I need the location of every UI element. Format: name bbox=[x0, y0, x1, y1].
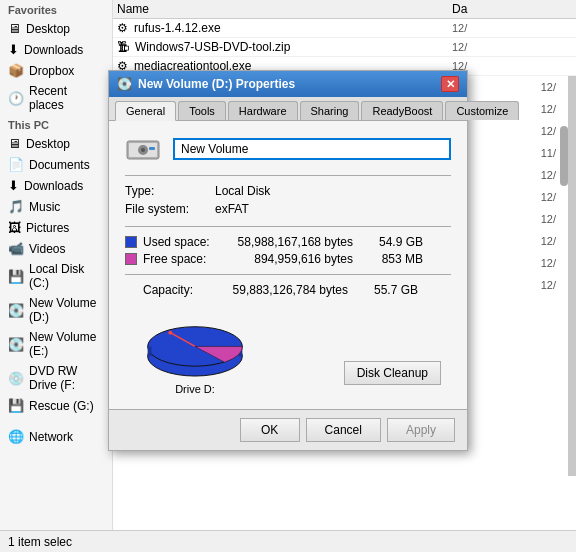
volume-header bbox=[125, 135, 451, 163]
free-color-box bbox=[125, 253, 137, 265]
free-label: Free space: bbox=[143, 252, 223, 266]
sidebar-item-downloads[interactable]: ⬇ Downloads bbox=[0, 39, 112, 60]
file-row-rufus[interactable]: ⚙ rufus-1.4.12.exe 12/ bbox=[113, 19, 576, 38]
pie-chart-container: Drive D: bbox=[135, 305, 255, 395]
documents-icon: 📄 bbox=[8, 157, 24, 172]
dialog-title: New Volume (D:) Properties bbox=[138, 77, 295, 91]
dropbox-icon: 📦 bbox=[8, 63, 24, 78]
svg-point-3 bbox=[141, 148, 145, 152]
capacity-label: Capacity: bbox=[143, 283, 218, 297]
sidebar-item-pictures[interactable]: 🖼 Pictures bbox=[0, 217, 112, 238]
newVolumeE-icon: 💽 bbox=[8, 337, 24, 352]
used-label: Used space: bbox=[143, 235, 223, 249]
fs-row: File system: exFAT bbox=[125, 202, 451, 216]
free-space-row: Free space: 894,959,616 bytes 853 MB bbox=[125, 252, 451, 266]
file-date-win7: 12/ bbox=[452, 41, 572, 53]
capacity-row: Capacity: 59,883,126,784 bytes 55.7 GB bbox=[125, 283, 451, 297]
type-value: Local Disk bbox=[215, 184, 270, 198]
file-date-rufus: 12/ bbox=[452, 22, 572, 34]
fs-value: exFAT bbox=[215, 202, 249, 216]
dialog-tabs: General Tools Hardware Sharing ReadyBoos… bbox=[109, 97, 467, 121]
pie-chart bbox=[140, 305, 250, 379]
tab-general[interactable]: General bbox=[115, 101, 176, 121]
tab-tools[interactable]: Tools bbox=[178, 101, 226, 120]
zip-icon-win7: 🗜 bbox=[117, 40, 129, 54]
divider-1 bbox=[125, 175, 451, 176]
sidebar-item-desktop2[interactable]: 🖥 Desktop bbox=[0, 133, 112, 154]
statusbar: 1 item selec bbox=[0, 530, 576, 552]
file-name-win7: Windows7-USB-DVD-tool.zip bbox=[135, 40, 452, 54]
desktop2-icon: 🖥 bbox=[8, 136, 21, 151]
fs-label: File system: bbox=[125, 202, 215, 216]
dialog-footer: OK Cancel Apply bbox=[109, 409, 467, 450]
info-grid: Type: Local Disk File system: exFAT bbox=[125, 184, 451, 216]
drive-icon-large bbox=[125, 135, 161, 163]
divider-2 bbox=[125, 226, 451, 227]
rescueG-icon: 💾 bbox=[8, 398, 24, 413]
col-date-header: Da bbox=[452, 2, 572, 16]
desktop-icon: 🖥 bbox=[8, 21, 21, 36]
tab-customize[interactable]: Customize bbox=[445, 101, 519, 120]
pictures-icon: 🖼 bbox=[8, 220, 21, 235]
tab-hardware[interactable]: Hardware bbox=[228, 101, 298, 120]
sidebar-item-network[interactable]: 🌐 Network bbox=[0, 426, 112, 447]
downloads2-icon: ⬇ bbox=[8, 178, 19, 193]
sidebar-item-videos[interactable]: 📹 Videos bbox=[0, 238, 112, 259]
statusbar-text: 1 item selec bbox=[8, 535, 72, 549]
downloads-icon: ⬇ bbox=[8, 42, 19, 57]
dialog-close-button[interactable]: ✕ bbox=[441, 76, 459, 92]
sidebar-item-newVolumeD[interactable]: 💽 New Volume (D:) bbox=[0, 293, 112, 327]
sidebar-item-documents[interactable]: 📄 Documents bbox=[0, 154, 112, 175]
sidebar-item-downloads2[interactable]: ⬇ Downloads bbox=[0, 175, 112, 196]
file-name-rufus: rufus-1.4.12.exe bbox=[134, 21, 452, 35]
file-row-win7[interactable]: 🗜 Windows7-USB-DVD-tool.zip 12/ bbox=[113, 38, 576, 57]
properties-dialog: 💽 New Volume (D:) Properties ✕ General T… bbox=[108, 70, 468, 451]
divider-3 bbox=[125, 274, 451, 275]
sidebar-item-localDiskC[interactable]: 💾 Local Disk (C:) bbox=[0, 259, 112, 293]
dialog-titlebar: 💽 New Volume (D:) Properties ✕ bbox=[109, 71, 467, 97]
chart-area: Drive D: Disk Cleanup bbox=[125, 305, 451, 395]
dvdRW-icon: 💿 bbox=[8, 371, 24, 386]
space-section: Used space: 58,988,167,168 bytes 54.9 GB… bbox=[125, 235, 451, 266]
used-gb: 54.9 GB bbox=[363, 235, 423, 249]
recent-icon: 🕐 bbox=[8, 91, 24, 106]
sidebar-item-music[interactable]: 🎵 Music bbox=[0, 196, 112, 217]
thispc-header: This PC bbox=[0, 115, 112, 133]
sidebar-item-newVolumeE[interactable]: 💽 New Volume (E:) bbox=[0, 327, 112, 361]
used-space-row: Used space: 58,988,167,168 bytes 54.9 GB bbox=[125, 235, 451, 249]
disk-cleanup-button[interactable]: Disk Cleanup bbox=[344, 361, 441, 385]
tab-readyboost[interactable]: ReadyBoost bbox=[361, 101, 443, 120]
tab-sharing[interactable]: Sharing bbox=[300, 101, 360, 120]
free-gb: 853 MB bbox=[363, 252, 423, 266]
sidebar-item-rescueG[interactable]: 💾 Rescue (G:) bbox=[0, 395, 112, 416]
svg-rect-7 bbox=[148, 346, 152, 356]
dialog-body: Type: Local Disk File system: exFAT Used… bbox=[109, 121, 467, 409]
dialog-titlebar-left: 💽 New Volume (D:) Properties bbox=[117, 77, 295, 91]
ok-button[interactable]: OK bbox=[240, 418, 300, 442]
type-label: Type: bbox=[125, 184, 215, 198]
svg-rect-4 bbox=[149, 147, 155, 150]
apply-button[interactable]: Apply bbox=[387, 418, 455, 442]
exe-icon-rufus: ⚙ bbox=[117, 21, 128, 35]
favorites-header: Favorites bbox=[0, 0, 112, 18]
sidebar-item-recent[interactable]: 🕐 Recent places bbox=[0, 81, 112, 115]
sidebar-item-dvdRW[interactable]: 💿 DVD RW Drive (F: bbox=[0, 361, 112, 395]
newVolumeD-icon: 💽 bbox=[8, 303, 24, 318]
drive-label: Drive D: bbox=[175, 383, 215, 395]
cancel-button[interactable]: Cancel bbox=[306, 418, 381, 442]
svg-point-10 bbox=[168, 331, 172, 335]
dialog-title-icon: 💽 bbox=[117, 77, 132, 91]
type-row: Type: Local Disk bbox=[125, 184, 451, 198]
network-icon: 🌐 bbox=[8, 429, 24, 444]
volume-name-input[interactable] bbox=[173, 138, 451, 160]
col-name-header: Name bbox=[117, 2, 452, 16]
free-bytes: 894,959,616 bytes bbox=[223, 252, 363, 266]
sidebar-item-dropbox[interactable]: 📦 Dropbox bbox=[0, 60, 112, 81]
file-list-header: Name Da bbox=[113, 0, 576, 19]
music-icon: 🎵 bbox=[8, 199, 24, 214]
file-date-media: 12/ bbox=[452, 60, 572, 72]
used-bytes: 58,988,167,168 bytes bbox=[223, 235, 363, 249]
sidebar: Favorites 🖥 Desktop ⬇ Downloads 📦 Dropbo… bbox=[0, 0, 113, 552]
sidebar-item-desktop[interactable]: 🖥 Desktop bbox=[0, 18, 112, 39]
videos-icon: 📹 bbox=[8, 241, 24, 256]
